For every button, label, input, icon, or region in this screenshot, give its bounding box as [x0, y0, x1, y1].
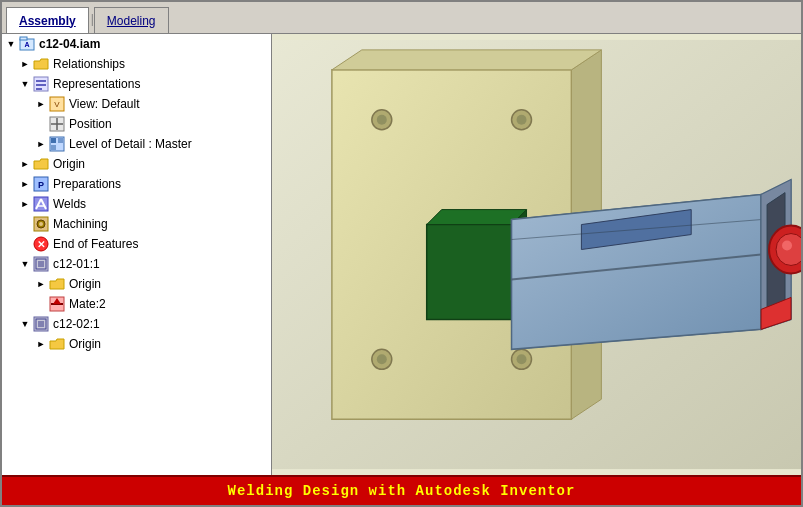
preparations-label: Preparations	[53, 177, 121, 191]
svg-point-43	[517, 115, 527, 125]
view-icon: V	[48, 96, 66, 112]
expand-preparations[interactable]: ►	[18, 177, 32, 191]
expand-origin-c12-01[interactable]: ►	[34, 277, 48, 291]
svg-rect-14	[58, 138, 63, 143]
lod-label: Level of Detail : Master	[69, 137, 192, 151]
tree-item-c12-02[interactable]: ▼ c12-02:1	[2, 314, 271, 334]
position-icon	[48, 116, 66, 132]
mate2-label: Mate:2	[69, 297, 106, 311]
tree-item-mate2[interactable]: ► Mate:2	[2, 294, 271, 314]
tree-item-lod[interactable]: ► Level of Detail : Master	[2, 134, 271, 154]
c12-01-icon	[32, 256, 50, 272]
tree-panel[interactable]: ▼ A c12-04.iam ► Relati	[2, 34, 272, 475]
main-window: Assembly | Modeling ▼ A c12-04.iam	[0, 0, 803, 507]
eof-icon: ✕	[32, 236, 50, 252]
mate-icon	[48, 296, 66, 312]
root-label: c12-04.iam	[39, 37, 100, 51]
expand-representations[interactable]: ▼	[18, 77, 32, 91]
tree-item-preparations[interactable]: ► P Preparations	[2, 174, 271, 194]
folder-icon-origin-c12-02	[48, 336, 66, 352]
tab-modeling-label: Modeling	[107, 14, 156, 28]
assembly-icon: A	[18, 36, 36, 52]
tree-item-origin-c12-01[interactable]: ► Origin	[2, 274, 271, 294]
tree-item-welds[interactable]: ► Welds	[2, 194, 271, 214]
svg-rect-35	[38, 321, 44, 327]
view-default-label: View: Default	[69, 97, 139, 111]
svg-rect-29	[38, 261, 44, 267]
tree-item-representations[interactable]: ▼ Representations	[2, 74, 271, 94]
tab-modeling[interactable]: Modeling	[94, 7, 169, 33]
svg-rect-1	[20, 37, 27, 40]
svg-point-45	[377, 354, 387, 364]
svg-rect-6	[36, 88, 42, 90]
tree-item-eof[interactable]: ► ✕ End of Features	[2, 234, 271, 254]
tree-item-origin[interactable]: ► Origin	[2, 154, 271, 174]
svg-point-24	[39, 222, 43, 226]
expand-c12-01[interactable]: ▼	[18, 257, 32, 271]
expand-origin-c12-02[interactable]: ►	[34, 337, 48, 351]
viewport[interactable]	[272, 34, 801, 475]
machining-label: Machining	[53, 217, 108, 231]
tab-assembly-label: Assembly	[19, 14, 76, 28]
representations-label: Representations	[53, 77, 140, 91]
svg-text:A: A	[24, 41, 29, 48]
svg-rect-13	[51, 138, 56, 143]
expand-root[interactable]: ▼	[4, 37, 18, 51]
lod-icon	[48, 136, 66, 152]
content-area: ▼ A c12-04.iam ► Relati	[2, 34, 801, 475]
svg-text:P: P	[38, 180, 44, 190]
tree-item-origin-c12-02[interactable]: ► Origin	[2, 334, 271, 354]
tab-assembly[interactable]: Assembly	[6, 7, 89, 33]
tree-root[interactable]: ▼ A c12-04.iam	[2, 34, 271, 54]
expand-view[interactable]: ►	[34, 97, 48, 111]
svg-text:✕: ✕	[37, 239, 45, 250]
footer-banner: Welding Design with Autodesk Inventor	[2, 475, 801, 505]
origin-c12-02-label: Origin	[69, 337, 101, 351]
c12-01-label: c12-01:1	[53, 257, 100, 271]
expand-relationships[interactable]: ►	[18, 57, 32, 71]
3d-model-svg	[272, 34, 801, 475]
svg-rect-4	[36, 80, 46, 82]
rep-icon	[32, 76, 50, 92]
expand-origin[interactable]: ►	[18, 157, 32, 171]
svg-marker-48	[427, 225, 512, 320]
folder-icon-origin-c12-01	[48, 276, 66, 292]
origin-label: Origin	[53, 157, 85, 171]
prep-icon: P	[32, 176, 50, 192]
tree-item-position[interactable]: ► Position	[2, 114, 271, 134]
origin-c12-01-label: Origin	[69, 277, 101, 291]
tab-bar: Assembly | Modeling	[2, 2, 801, 34]
svg-point-62	[782, 241, 792, 251]
relationships-label: Relationships	[53, 57, 125, 71]
svg-point-47	[517, 354, 527, 364]
folder-icon-relationships	[32, 56, 50, 72]
svg-marker-39	[332, 50, 601, 70]
svg-rect-5	[36, 84, 46, 86]
expand-lod[interactable]: ►	[34, 137, 48, 151]
expand-c12-02[interactable]: ▼	[18, 317, 32, 331]
footer-text: Welding Design with Autodesk Inventor	[228, 483, 576, 499]
weld-icon	[32, 196, 50, 212]
tree-item-c12-01[interactable]: ▼ c12-01:1	[2, 254, 271, 274]
svg-point-41	[377, 115, 387, 125]
machining-icon	[32, 216, 50, 232]
tree-item-relationships[interactable]: ► Relationships	[2, 54, 271, 74]
c12-02-icon	[32, 316, 50, 332]
position-label: Position	[69, 117, 112, 131]
eof-label: End of Features	[53, 237, 138, 251]
expand-welds[interactable]: ►	[18, 197, 32, 211]
tree-item-machining[interactable]: ► Machining	[2, 214, 271, 234]
welds-label: Welds	[53, 197, 86, 211]
folder-icon-origin	[32, 156, 50, 172]
svg-text:V: V	[54, 100, 60, 109]
tree-item-view-default[interactable]: ► V View: Default	[2, 94, 271, 114]
svg-rect-15	[51, 145, 56, 150]
c12-02-label: c12-02:1	[53, 317, 100, 331]
